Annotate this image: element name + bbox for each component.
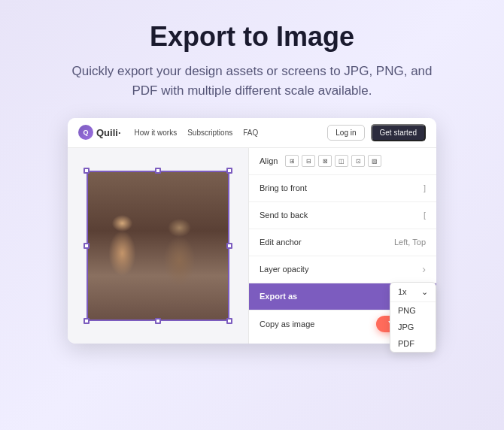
side-panel-header: 1x ⌄ <box>390 283 436 302</box>
handle-left-mid[interactable] <box>83 243 90 249</box>
format-png[interactable]: PNG <box>390 302 436 319</box>
align-label: Align <box>260 156 278 165</box>
handle-top-right[interactable] <box>226 168 232 174</box>
handle-right-mid[interactable] <box>226 243 232 249</box>
page-subtitle: Quickly export your design assets or scr… <box>64 62 440 101</box>
align-icon-1[interactable]: ⊞ <box>285 155 299 167</box>
side-panel: 1x ⌄ PNG JPG PDF <box>390 282 436 353</box>
send-to-back-row[interactable]: Send to back [ <box>249 202 436 229</box>
nav-subscriptions[interactable]: Subscriptions <box>187 129 232 137</box>
nav-faq[interactable]: FAQ <box>243 129 258 137</box>
align-icons: ⊞ ⊟ ⊠ ◫ ⊡ ▨ <box>285 155 381 167</box>
bring-to-front-row[interactable]: Bring to front ] <box>249 175 436 202</box>
bring-to-front-shortcut: ] <box>424 183 426 192</box>
nav-links: How it works Subscriptions FAQ <box>135 129 314 137</box>
logo-text: Quili· <box>96 127 121 138</box>
edit-anchor-row[interactable]: Edit anchor Left, Top <box>249 229 436 256</box>
page-title: Export to Image <box>150 21 354 53</box>
app-mockup: Q Quili· How it works Subscriptions FAQ … <box>68 118 436 344</box>
handle-top-mid[interactable] <box>155 168 161 174</box>
bring-to-front-label: Bring to front <box>260 183 424 192</box>
copy-as-image-label: Copy as image <box>260 319 377 329</box>
canvas-area <box>68 148 248 344</box>
login-button[interactable]: Log in <box>327 125 364 141</box>
handle-bottom-right[interactable] <box>226 318 232 324</box>
scale-value: 1x <box>398 287 407 296</box>
nav-buttons: Log in Get started <box>327 124 426 141</box>
align-icon-6[interactable]: ▨ <box>368 155 381 167</box>
layer-opacity-row[interactable]: Layer opacity › <box>249 256 436 283</box>
layer-opacity-chevron: › <box>422 263 426 275</box>
logo-icon: Q <box>78 125 93 140</box>
get-started-button[interactable]: Get started <box>371 124 426 141</box>
send-to-back-shortcut: [ <box>424 210 426 220</box>
handle-bottom-mid[interactable] <box>155 318 161 324</box>
format-pdf[interactable]: PDF <box>390 335 436 352</box>
layer-opacity-label: Layer opacity <box>260 265 422 274</box>
align-row: Align ⊞ ⊟ ⊠ ◫ ⊡ ▨ <box>249 148 436 175</box>
navbar: Q Quili· How it works Subscriptions FAQ … <box>68 118 436 148</box>
align-icon-5[interactable]: ⊡ <box>351 155 365 167</box>
nav-how-it-works[interactable]: How it works <box>135 129 178 137</box>
main-area: Align ⊞ ⊟ ⊠ ◫ ⊡ ▨ Bring to front ] <box>68 148 436 344</box>
handle-top-left[interactable] <box>83 168 90 174</box>
selection-border <box>87 171 229 321</box>
align-icon-4[interactable]: ◫ <box>335 155 348 167</box>
align-icon-2[interactable]: ⊟ <box>302 155 315 167</box>
send-to-back-label: Send to back <box>260 210 424 220</box>
selected-image[interactable] <box>87 171 229 321</box>
handle-bottom-left[interactable] <box>83 318 90 324</box>
edit-anchor-value: Left, Top <box>394 238 426 247</box>
align-icon-3[interactable]: ⊠ <box>318 155 332 167</box>
edit-anchor-label: Edit anchor <box>260 238 394 247</box>
format-jpg[interactable]: JPG <box>390 319 436 335</box>
logo: Q Quili· <box>78 125 121 140</box>
scale-chevron: ⌄ <box>421 287 428 297</box>
